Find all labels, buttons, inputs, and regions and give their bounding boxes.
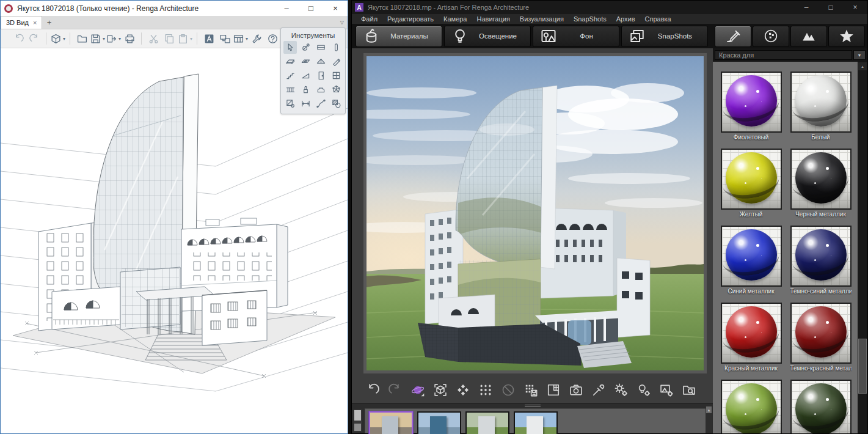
pipette-icon[interactable] — [591, 383, 606, 397]
menu-item[interactable]: Файл — [357, 15, 382, 23]
undo-icon[interactable] — [11, 31, 26, 46]
chevron-down-icon[interactable]: ▼ — [853, 50, 866, 60]
view-cube-icon[interactable] — [51, 31, 65, 46]
cut-icon[interactable] — [146, 31, 161, 46]
open-icon[interactable] — [75, 31, 89, 46]
select-icon[interactable] — [283, 41, 297, 54]
maximize-button[interactable]: □ — [819, 1, 843, 14]
snapshot-thumbnail[interactable] — [417, 411, 461, 434]
assembly-icon[interactable] — [314, 83, 327, 96]
material-item[interactable]: Красный металлик — [721, 303, 782, 373]
tab-overflow-icon[interactable]: ▽ — [340, 20, 344, 25]
door-icon[interactable] — [314, 69, 327, 82]
export-icon[interactable] — [106, 31, 121, 46]
floor-icon[interactable] — [283, 55, 297, 68]
maximize-button[interactable]: □ — [299, 1, 323, 16]
camera-icon[interactable] — [569, 383, 583, 397]
sep-icon[interactable] — [70, 32, 70, 45]
scroll-up-icon[interactable]: ▲ — [706, 406, 712, 413]
material-item[interactable]: Черный металлик — [790, 149, 852, 219]
quality9-icon[interactable] — [478, 383, 493, 397]
quality4-icon[interactable] — [456, 383, 470, 397]
render-viewport[interactable] — [363, 53, 707, 373]
material-item[interactable] — [790, 380, 852, 433]
mode-tab[interactable]: SnapShots — [621, 26, 708, 47]
scrollbar-thumb[interactable] — [858, 339, 867, 394]
menu-item[interactable]: Навигация — [473, 15, 514, 23]
snapshot-thumbnail[interactable] — [465, 411, 509, 434]
level-mark-icon[interactable] — [283, 97, 297, 110]
star-icon[interactable] — [828, 26, 865, 47]
new-tab-button[interactable]: + — [42, 16, 56, 29]
snapshot-thumbnail[interactable] — [514, 411, 558, 434]
material-item[interactable]: Желтый — [721, 149, 782, 219]
snapshot-thumbnail[interactable] — [369, 411, 413, 434]
redo-icon[interactable] — [27, 31, 42, 46]
titlebar[interactable]: Якутск 18072018 (Только чтение) - Renga … — [1, 1, 348, 16]
redo-icon[interactable] — [388, 383, 403, 397]
cancel-icon[interactable] — [501, 383, 516, 397]
mountains-icon[interactable] — [790, 26, 827, 47]
sphere-icon[interactable] — [753, 26, 789, 47]
scroll-up-icon[interactable]: ▲ — [858, 62, 867, 70]
window-icon[interactable] — [329, 69, 343, 82]
roof-icon[interactable] — [314, 55, 327, 68]
stairs-icon[interactable] — [283, 69, 297, 82]
column-icon[interactable] — [329, 41, 343, 54]
menu-item[interactable]: Архив — [612, 15, 640, 23]
minimize-button[interactable]: – — [794, 1, 819, 14]
menu-item[interactable]: Камера — [439, 15, 471, 23]
equipment-icon[interactable] — [299, 83, 312, 96]
material-item[interactable]: Фиолетовый — [721, 72, 782, 142]
tab-3d-view[interactable]: 3D Вид × — [1, 16, 42, 29]
mode-tab[interactable]: Материалы — [356, 26, 442, 47]
browse-icon[interactable] — [682, 383, 696, 397]
axis-icon[interactable] — [299, 41, 312, 54]
planet-icon[interactable] — [410, 383, 425, 397]
materials-scrollbar[interactable]: ▲ — [858, 62, 867, 433]
sep-icon[interactable] — [197, 32, 197, 45]
thumbs-scrollbar[interactable] — [354, 410, 362, 432]
menu-item[interactable]: Редактировать — [383, 15, 438, 23]
menu-item[interactable]: Визуализация — [516, 15, 568, 23]
minimize-button[interactable]: – — [274, 1, 299, 16]
wall-icon[interactable] — [314, 41, 327, 54]
dimension-icon[interactable] — [299, 97, 312, 110]
print-icon[interactable] — [122, 31, 137, 46]
save-icon[interactable] — [90, 31, 105, 46]
table-icon[interactable] — [233, 31, 248, 46]
wrench-icon[interactable] — [249, 31, 264, 46]
paste-icon[interactable] — [178, 31, 192, 46]
material-item[interactable]: Темно-красный металлик — [790, 303, 852, 373]
close-button[interactable]: × — [843, 1, 867, 14]
menu-item[interactable]: Справка — [641, 15, 676, 23]
mode-tab[interactable]: Фон — [533, 26, 619, 47]
thumbs-mini-scrollbar[interactable]: ▲ — [706, 406, 712, 433]
close-button[interactable]: × — [323, 1, 348, 16]
opening-icon[interactable] — [299, 55, 312, 68]
menu-item[interactable]: SnapShots — [569, 15, 611, 23]
material-item[interactable]: Темно-синий металлик — [790, 226, 852, 296]
mode-tab[interactable]: Освещение — [444, 26, 531, 47]
bg-gear-icon[interactable] — [659, 383, 674, 397]
route-icon[interactable] — [314, 97, 327, 110]
material-item[interactable]: Белый — [790, 72, 852, 142]
material-item[interactable]: Синий металлик — [721, 226, 782, 296]
undo-icon[interactable] — [365, 383, 380, 397]
sep-icon[interactable] — [46, 32, 46, 45]
ramp-icon[interactable] — [299, 69, 312, 82]
beam-icon[interactable] — [329, 55, 343, 68]
help-icon[interactable] — [265, 31, 280, 46]
brush-icon[interactable] — [715, 26, 751, 47]
save-render-icon[interactable] — [523, 383, 538, 397]
sep-icon[interactable] — [141, 32, 142, 45]
railing-icon[interactable] — [283, 83, 297, 96]
copy-icon[interactable] — [162, 31, 177, 46]
bulb-gear-icon[interactable] — [636, 383, 651, 397]
sun-gear-icon[interactable] — [614, 383, 629, 397]
region-icon[interactable] — [546, 383, 561, 397]
render-cube-icon[interactable] — [433, 383, 448, 397]
material-filter-select[interactable]: Краска для — [715, 50, 852, 60]
material-item[interactable] — [721, 380, 782, 433]
titlebar[interactable]: A Якутск 18072018.rnp - Artisan For Reng… — [352, 1, 867, 14]
